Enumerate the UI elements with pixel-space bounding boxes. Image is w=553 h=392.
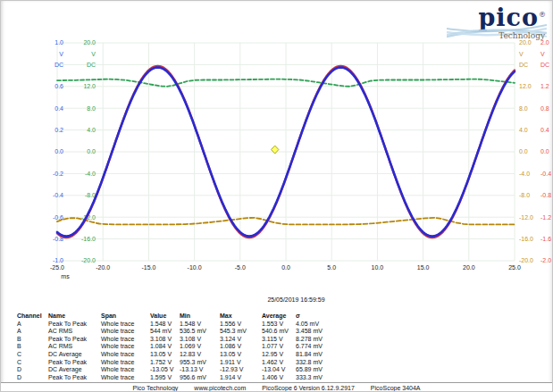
measurement-cell: 1.556 V [220,321,262,329]
y-axis-label-channel-d: 4.0 [519,127,528,133]
measurement-channel: B [17,343,48,351]
x-axis-tick: -15.0 [141,264,155,271]
y-axis-label-channel-b: 0.4 [540,127,549,133]
measurement-cell: -13.04 V [262,366,296,374]
y-axis-label-channel-c: -4.0 [85,171,96,177]
measurement-cell: 81.84 mV [296,351,552,359]
y-axis-label-channel-a: 1.0 [54,39,63,46]
measurement-cell: DC Average [48,366,101,374]
y-axis-label-channel-a: V [59,51,63,57]
y-axis-label-channel-b: -2.0 [540,257,551,263]
y-axis-label-channel-a: 0.2 [54,127,63,133]
measurement-cell: Peak To Peak [48,359,101,367]
footer-device-model: PicoScope 3404A [371,385,421,391]
measurement-cell: Peak To Peak [48,321,101,329]
measurement-column-header: Average [262,313,296,321]
y-axis-label-channel-d: 0.0 [519,148,528,154]
y-axis-label-channel-b: DC [540,62,549,68]
measurement-cell: 1.911 V [220,359,262,367]
y-axis-label-channel-d: -12.0 [519,214,533,221]
y-axis-label-channel-c: 20.0 [83,39,96,46]
measurement-channel: C [17,351,48,359]
measurement-cell: 1.548 V [150,321,180,329]
measurement-cell: 1.077 V [262,343,296,351]
x-axis-tick: -10.0 [188,264,202,271]
measurement-column-header: Channel [17,313,48,321]
measurement-cell: 13.05 V [220,351,262,359]
measurement-cell: Whole trace [101,374,150,382]
y-axis-label-channel-d: -16.0 [519,236,533,242]
measurement-cell: 545.3 mV [220,328,262,336]
measurement-cell: 1.752 V [150,359,180,367]
y-axis-label-channel-c: -20.0 [81,257,96,263]
footer-software-version: PicoScope 6 Version 6.12.9.2917 [262,385,355,391]
measurement-cell: 1.462 V [262,359,296,367]
y-axis-label-channel-d: DC [519,62,528,68]
measurement-cell: Peak To Peak [48,374,101,382]
measurement-cell: 65.89 mV [296,366,552,374]
measurement-cell: Whole trace [101,359,150,367]
x-axis-tick: 15.0 [417,264,430,271]
measurement-cell: 955.3 mV [180,359,220,367]
y-axis-label-channel-b: -0.4 [540,171,551,177]
measurement-cell: 13.05 V [150,351,180,359]
measurement-column-header: Span [101,313,150,321]
measurement-cell: 1.548 V [180,321,220,329]
y-axis-label-channel-d: -20.0 [519,257,533,263]
measurement-cell: Whole trace [101,321,150,329]
y-axis-label-channel-c: 4.0 [87,127,96,133]
y-axis-label-channel-c: DC [87,62,96,68]
measurement-cell: Whole trace [101,343,150,351]
y-axis-label-channel-b: 1.2 [540,83,549,89]
measurement-cell: 540.6 mV [262,328,296,336]
measurement-cell: 3.115 V [262,336,296,344]
measurement-cell: -13.13 V [180,366,220,374]
measurement-cell: 332.8 mV [296,359,552,367]
y-axis-label-channel-a: -1.0 [53,257,63,263]
measurement-cell: 1.069 V [180,343,220,351]
measurement-cell: Whole trace [101,328,150,336]
oscilloscope-chart: 1.00.60.40.20.0-0.2-0.4-0.6-0.8-1.0VDC20… [1,1,553,288]
measurement-channel: A [17,328,48,336]
measurement-cell: 3.458 mV [296,328,552,336]
measurements-table: ChannelNameSpanValueMinMaxAverageσAPeak … [1,313,552,381]
measurement-cell: 4.05 mV [296,321,552,329]
x-axis-tick: 10.0 [372,264,384,271]
measurement-cell: 1.914 V [220,374,262,382]
measurement-cell: -13.05 V [150,366,180,374]
y-axis-label-channel-d: V [519,51,524,57]
pico-logo-subtitle: Technology [499,31,545,40]
x-axis-tick: -5.0 [235,264,246,271]
y-axis-label-channel-c: 0.0 [87,148,96,154]
measurement-channel: B [17,336,48,344]
y-axis-label-channel-c: 12.0 [83,83,96,89]
measurement-cell: 956.6 mV [180,374,220,382]
measurement-cell: 8.278 mV [296,336,552,344]
y-axis-label-channel-a: 0.6 [54,83,63,89]
x-axis-tick: -25.0 [50,264,64,271]
pico-logo: pico® Technology [445,4,547,43]
y-axis-label-channel-c: -16.0 [81,236,96,242]
y-axis-label-channel-a: -0.4 [53,192,63,198]
x-axis-tick: 20.0 [463,264,475,271]
y-axis-label-channel-a: 0.4 [54,105,63,112]
y-axis-label-channel-d: -4.0 [519,171,530,177]
x-axis-tick: 25.0 [508,264,521,271]
measurement-cell: 3.124 V [220,336,262,344]
footer: Pico Technology www.picotech.com PicoSco… [1,382,552,392]
y-axis-label-channel-c: -8.0 [85,192,96,198]
capture-timestamp: 25/05/2019 16:59:59 [1,296,552,303]
measurement-cell: 3.108 V [150,336,180,344]
measurement-cell: Peak To Peak [48,336,101,344]
measurement-cell: 1.084 V [150,343,180,351]
y-axis-label-channel-c: V [91,51,96,57]
picoscope-report-page: 1.00.60.40.20.0-0.2-0.4-0.6-0.8-1.0VDC20… [0,0,553,392]
measurement-cell: 1.595 V [150,374,180,382]
y-axis-label-channel-b: -1.6 [540,236,551,242]
measurement-cell: 12.95 V [262,351,296,359]
y-axis-label-channel-a: -0.2 [53,171,63,177]
y-axis-label-channel-d: -8.0 [519,192,530,198]
measurement-channel: D [17,366,48,374]
measurement-channel: A [17,321,48,329]
measurement-cell: 6.774 mV [296,343,552,351]
